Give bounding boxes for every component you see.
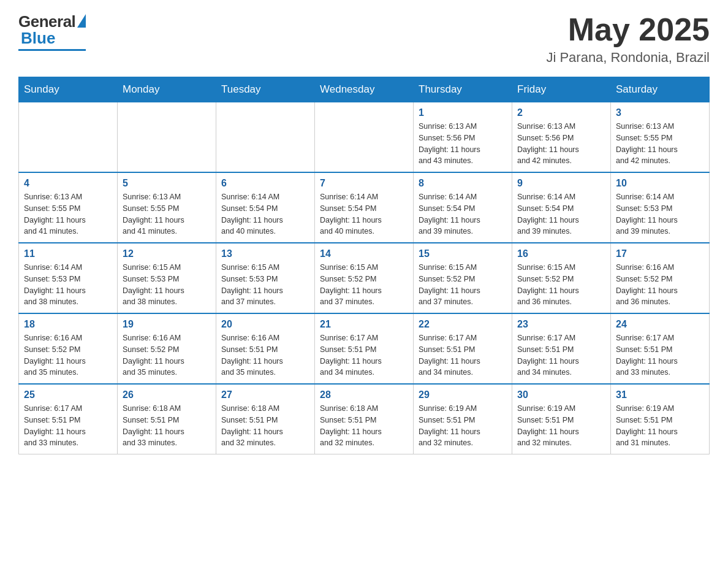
- col-header-sunday: Sunday: [19, 77, 118, 102]
- day-info: Sunrise: 6:15 AMSunset: 5:52 PMDaylight:…: [320, 262, 408, 308]
- day-number: 13: [221, 248, 309, 259]
- col-header-monday: Monday: [118, 77, 216, 102]
- calendar-cell: 11Sunrise: 6:14 AMSunset: 5:53 PMDayligh…: [19, 243, 118, 313]
- logo-triangle-icon: [77, 14, 86, 28]
- col-header-friday: Friday: [512, 77, 611, 102]
- calendar-cell: 22Sunrise: 6:17 AMSunset: 5:51 PMDayligh…: [414, 313, 512, 384]
- day-number: 2: [517, 107, 605, 118]
- calendar-cell: 13Sunrise: 6:15 AMSunset: 5:53 PMDayligh…: [216, 243, 315, 313]
- day-info: Sunrise: 6:14 AMSunset: 5:53 PMDaylight:…: [24, 262, 112, 308]
- day-number: 9: [517, 178, 605, 189]
- calendar-table: SundayMondayTuesdayWednesdayThursdayFrid…: [18, 77, 710, 454]
- day-info: Sunrise: 6:15 AMSunset: 5:52 PMDaylight:…: [517, 262, 605, 308]
- day-info: Sunrise: 6:16 AMSunset: 5:52 PMDaylight:…: [123, 332, 211, 378]
- day-info: Sunrise: 6:18 AMSunset: 5:51 PMDaylight:…: [123, 403, 211, 449]
- day-info: Sunrise: 6:14 AMSunset: 5:54 PMDaylight:…: [419, 191, 507, 237]
- calendar-cell: 3Sunrise: 6:13 AMSunset: 5:55 PMDaylight…: [611, 102, 710, 173]
- calendar-cell: [118, 102, 216, 173]
- day-number: 27: [221, 389, 309, 400]
- day-info: Sunrise: 6:14 AMSunset: 5:53 PMDaylight:…: [616, 191, 704, 237]
- col-header-saturday: Saturday: [611, 77, 710, 102]
- day-info: Sunrise: 6:14 AMSunset: 5:54 PMDaylight:…: [517, 191, 605, 237]
- day-number: 25: [24, 389, 112, 400]
- day-number: 26: [123, 389, 211, 400]
- day-number: 1: [419, 107, 507, 118]
- calendar-week-row: 4Sunrise: 6:13 AMSunset: 5:55 PMDaylight…: [19, 172, 710, 243]
- day-info: Sunrise: 6:13 AMSunset: 5:55 PMDaylight:…: [123, 191, 211, 237]
- day-number: 18: [24, 319, 112, 330]
- calendar-week-row: 25Sunrise: 6:17 AMSunset: 5:51 PMDayligh…: [19, 384, 710, 454]
- logo: General Blue: [18, 12, 86, 51]
- day-info: Sunrise: 6:15 AMSunset: 5:52 PMDaylight:…: [419, 262, 507, 308]
- day-info: Sunrise: 6:19 AMSunset: 5:51 PMDaylight:…: [419, 403, 507, 449]
- calendar-cell: 2Sunrise: 6:13 AMSunset: 5:56 PMDaylight…: [512, 102, 611, 173]
- calendar-cell: 9Sunrise: 6:14 AMSunset: 5:54 PMDaylight…: [512, 172, 611, 243]
- col-header-wednesday: Wednesday: [315, 77, 414, 102]
- calendar-cell: 14Sunrise: 6:15 AMSunset: 5:52 PMDayligh…: [315, 243, 414, 313]
- logo-blue-text: Blue: [21, 29, 55, 48]
- calendar-week-row: 11Sunrise: 6:14 AMSunset: 5:53 PMDayligh…: [19, 243, 710, 313]
- day-number: 4: [24, 178, 112, 189]
- day-info: Sunrise: 6:13 AMSunset: 5:55 PMDaylight:…: [616, 121, 704, 167]
- day-number: 24: [616, 319, 704, 330]
- calendar-cell: 20Sunrise: 6:16 AMSunset: 5:51 PMDayligh…: [216, 313, 315, 384]
- calendar-cell: [315, 102, 414, 173]
- calendar-cell: 21Sunrise: 6:17 AMSunset: 5:51 PMDayligh…: [315, 313, 414, 384]
- day-number: 23: [517, 319, 605, 330]
- calendar-cell: 29Sunrise: 6:19 AMSunset: 5:51 PMDayligh…: [414, 384, 512, 454]
- day-info: Sunrise: 6:18 AMSunset: 5:51 PMDaylight:…: [320, 403, 408, 449]
- calendar-cell: 15Sunrise: 6:15 AMSunset: 5:52 PMDayligh…: [414, 243, 512, 313]
- day-info: Sunrise: 6:18 AMSunset: 5:51 PMDaylight:…: [221, 403, 309, 449]
- calendar-cell: 17Sunrise: 6:16 AMSunset: 5:52 PMDayligh…: [611, 243, 710, 313]
- location-title: Ji Parana, Rondonia, Brazil: [546, 50, 710, 66]
- logo-underline: [18, 49, 86, 51]
- calendar-cell: 24Sunrise: 6:17 AMSunset: 5:51 PMDayligh…: [611, 313, 710, 384]
- calendar-cell: 8Sunrise: 6:14 AMSunset: 5:54 PMDaylight…: [414, 172, 512, 243]
- day-info: Sunrise: 6:13 AMSunset: 5:56 PMDaylight:…: [517, 121, 605, 167]
- calendar-cell: 28Sunrise: 6:18 AMSunset: 5:51 PMDayligh…: [315, 384, 414, 454]
- day-number: 28: [320, 389, 408, 400]
- day-number: 15: [419, 248, 507, 259]
- calendar-cell: 31Sunrise: 6:19 AMSunset: 5:51 PMDayligh…: [611, 384, 710, 454]
- calendar-cell: 12Sunrise: 6:15 AMSunset: 5:53 PMDayligh…: [118, 243, 216, 313]
- calendar-cell: [216, 102, 315, 173]
- day-info: Sunrise: 6:17 AMSunset: 5:51 PMDaylight:…: [24, 403, 112, 449]
- calendar-cell: 5Sunrise: 6:13 AMSunset: 5:55 PMDaylight…: [118, 172, 216, 243]
- day-info: Sunrise: 6:17 AMSunset: 5:51 PMDaylight:…: [517, 332, 605, 378]
- calendar-cell: 25Sunrise: 6:17 AMSunset: 5:51 PMDayligh…: [19, 384, 118, 454]
- day-number: 17: [616, 248, 704, 259]
- day-number: 31: [616, 389, 704, 400]
- day-number: 20: [221, 319, 309, 330]
- calendar-cell: 30Sunrise: 6:19 AMSunset: 5:51 PMDayligh…: [512, 384, 611, 454]
- day-number: 10: [616, 178, 704, 189]
- calendar-cell: 6Sunrise: 6:14 AMSunset: 5:54 PMDaylight…: [216, 172, 315, 243]
- day-number: 11: [24, 248, 112, 259]
- day-number: 3: [616, 107, 704, 118]
- day-info: Sunrise: 6:17 AMSunset: 5:51 PMDaylight:…: [419, 332, 507, 378]
- calendar-cell: 26Sunrise: 6:18 AMSunset: 5:51 PMDayligh…: [118, 384, 216, 454]
- calendar-cell: 18Sunrise: 6:16 AMSunset: 5:52 PMDayligh…: [19, 313, 118, 384]
- day-info: Sunrise: 6:16 AMSunset: 5:51 PMDaylight:…: [221, 332, 309, 378]
- day-info: Sunrise: 6:14 AMSunset: 5:54 PMDaylight:…: [221, 191, 309, 237]
- calendar-cell: 10Sunrise: 6:14 AMSunset: 5:53 PMDayligh…: [611, 172, 710, 243]
- col-header-thursday: Thursday: [414, 77, 512, 102]
- col-header-tuesday: Tuesday: [216, 77, 315, 102]
- day-number: 5: [123, 178, 211, 189]
- day-info: Sunrise: 6:15 AMSunset: 5:53 PMDaylight:…: [221, 262, 309, 308]
- day-info: Sunrise: 6:17 AMSunset: 5:51 PMDaylight:…: [616, 332, 704, 378]
- calendar-cell: 1Sunrise: 6:13 AMSunset: 5:56 PMDaylight…: [414, 102, 512, 173]
- page-header: General Blue May 2025 Ji Parana, Rondoni…: [18, 12, 710, 66]
- day-info: Sunrise: 6:16 AMSunset: 5:52 PMDaylight:…: [24, 332, 112, 378]
- calendar-header-row: SundayMondayTuesdayWednesdayThursdayFrid…: [19, 77, 710, 102]
- calendar-cell: 4Sunrise: 6:13 AMSunset: 5:55 PMDaylight…: [19, 172, 118, 243]
- day-number: 21: [320, 319, 408, 330]
- calendar-cell: [19, 102, 118, 173]
- day-info: Sunrise: 6:19 AMSunset: 5:51 PMDaylight:…: [616, 403, 704, 449]
- day-info: Sunrise: 6:13 AMSunset: 5:55 PMDaylight:…: [24, 191, 112, 237]
- calendar-cell: 16Sunrise: 6:15 AMSunset: 5:52 PMDayligh…: [512, 243, 611, 313]
- day-number: 29: [419, 389, 507, 400]
- calendar-cell: 19Sunrise: 6:16 AMSunset: 5:52 PMDayligh…: [118, 313, 216, 384]
- day-info: Sunrise: 6:13 AMSunset: 5:56 PMDaylight:…: [419, 121, 507, 167]
- day-number: 8: [419, 178, 507, 189]
- day-number: 30: [517, 389, 605, 400]
